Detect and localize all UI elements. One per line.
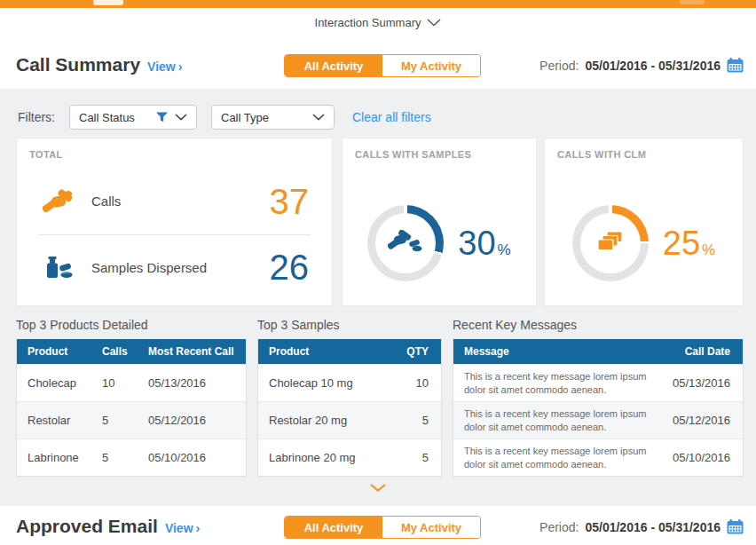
call-type-dropdown[interactable]: Call Type: [211, 105, 335, 130]
top-nav-bar: [0, 0, 756, 8]
chevron-down-icon: [312, 114, 325, 121]
table-row: This is a recent key message lorem ipsum…: [453, 438, 743, 476]
filters-label: Filters:: [18, 110, 55, 124]
view-link-label: View: [165, 521, 193, 535]
calls-with-clm-title: CALLS WITH CLM: [557, 149, 646, 160]
chevron-right-icon: ›: [178, 59, 183, 74]
samples-percent-unit: %: [498, 241, 511, 259]
table-header-row: Message Call Date: [453, 339, 743, 364]
call-type-value: Call Type: [221, 111, 312, 124]
col-most-recent-call: Most Recent Call: [148, 345, 246, 358]
col-message: Message: [453, 345, 661, 358]
table-row: Restolar 5 05/12/2016: [17, 401, 246, 438]
total-calls-label: Calls: [91, 194, 121, 209]
chevron-down-icon: [370, 484, 386, 492]
recent-key-messages-table: Recent Key Messages Message Call Date Th…: [453, 318, 744, 477]
samples-percent-value: 30: [458, 226, 495, 260]
clm-slides-icon: [597, 230, 624, 257]
page-title: Call Summary: [16, 54, 140, 75]
period-label: Period:: [539, 59, 579, 73]
total-calls-value: 37: [270, 184, 310, 219]
table-row: Labrinone 20 mg 5: [258, 438, 441, 476]
period-label: Period:: [539, 520, 579, 534]
table-row: This is a recent key message lorem ipsum…: [453, 364, 743, 401]
filter-funnel-icon: [156, 112, 168, 122]
samples-donut-chart: [367, 205, 444, 281]
my-activity-button[interactable]: My Activity: [382, 517, 480, 538]
active-tab-indicator: [93, 0, 123, 5]
period-value: 05/01/2016 - 05/31/2016: [585, 520, 721, 534]
view-link[interactable]: View›: [165, 521, 200, 535]
table-row: Cholecap 10 05/13/2016: [17, 364, 246, 401]
approved-email-title: Approved Email: [16, 516, 158, 537]
handshake-pills-icon: [388, 230, 423, 257]
top-products-title: Top 3 Products Detailed: [16, 318, 247, 332]
view-link[interactable]: View›: [147, 59, 182, 74]
all-activity-button[interactable]: All Activity: [285, 55, 382, 76]
call-status-value: Call Status: [79, 111, 156, 124]
total-card-title: TOTAL: [29, 149, 63, 160]
clm-percent-unit: %: [702, 241, 715, 259]
col-product: Product: [258, 345, 400, 358]
total-card: TOTAL Calls 37 Samples Dispersed 26: [16, 138, 333, 306]
top-samples-table: Top 3 Samples Product QTY Cholecap 10 mg…: [257, 318, 442, 477]
col-call-date: Call Date: [661, 345, 743, 358]
chevron-down-icon: [175, 114, 187, 121]
topbar-icon-partial: [680, 0, 705, 4]
chevron-down-icon: [427, 19, 441, 27]
col-calls: Calls: [102, 345, 148, 358]
top-products-table: Top 3 Products Detailed Product Calls Mo…: [16, 318, 247, 477]
samples-dispersed-value: 26: [270, 249, 310, 285]
nav-title: Interaction Summary: [315, 16, 421, 29]
chevron-right-icon: ›: [196, 521, 201, 535]
clm-donut-chart: [572, 205, 649, 281]
call-summary-panel: Filters: Call Status Call Type Clear all…: [0, 89, 756, 506]
col-qty: QTY: [400, 345, 441, 358]
clm-percent-value: 25: [663, 226, 700, 260]
call-status-dropdown[interactable]: Call Status: [69, 105, 197, 130]
my-activity-button[interactable]: My Activity: [382, 55, 480, 76]
interaction-summary-dropdown[interactable]: Interaction Summary: [315, 16, 442, 29]
col-product: Product: [17, 345, 102, 358]
period-value: 05/01/2016 - 05/31/2016: [585, 59, 721, 73]
samples-dispersed-label: Samples Dispersed: [91, 260, 207, 275]
approved-email-section: Approved Email View› All Activity My Act…: [0, 506, 756, 545]
activity-toggle: All Activity My Activity: [284, 54, 481, 77]
activity-toggle: All Activity My Activity: [284, 516, 481, 539]
calendar-icon[interactable]: [727, 58, 744, 73]
table-header-row: Product Calls Most Recent Call: [17, 339, 246, 364]
period-selector: Period: 05/01/2016 - 05/31/2016: [539, 519, 744, 534]
period-selector: Period: 05/01/2016 - 05/31/2016: [539, 58, 744, 73]
calls-with-samples-title: CALLS WITH SAMPLES: [355, 149, 471, 160]
view-link-label: View: [147, 59, 176, 74]
calls-with-clm-card: CALLS WITH CLM 25 %: [544, 138, 744, 306]
table-row: Cholecap 10 mg 10: [258, 364, 441, 401]
top-samples-title: Top 3 Samples: [257, 318, 442, 332]
sample-bottle-icon: [40, 256, 79, 279]
table-row: Restolar 20 mg 5: [258, 401, 441, 438]
all-activity-button[interactable]: All Activity: [285, 517, 382, 538]
table-row: Labrinone 5 05/10/2016: [17, 438, 246, 476]
table-row: This is a recent key message lorem ipsum…: [453, 401, 743, 438]
samples-dispersed-row: Samples Dispersed 26: [17, 235, 332, 301]
total-calls-row: Calls 37: [17, 169, 332, 234]
calendar-icon[interactable]: [727, 519, 744, 534]
recent-key-messages-title: Recent Key Messages: [453, 318, 744, 332]
table-header-row: Product QTY: [258, 339, 441, 364]
clear-all-filters-link[interactable]: Clear all filters: [352, 110, 431, 124]
handshake-icon: [40, 189, 79, 214]
calls-with-samples-card: CALLS WITH SAMPLES 30 %: [342, 138, 537, 306]
expand-section-chevron[interactable]: [0, 479, 756, 495]
